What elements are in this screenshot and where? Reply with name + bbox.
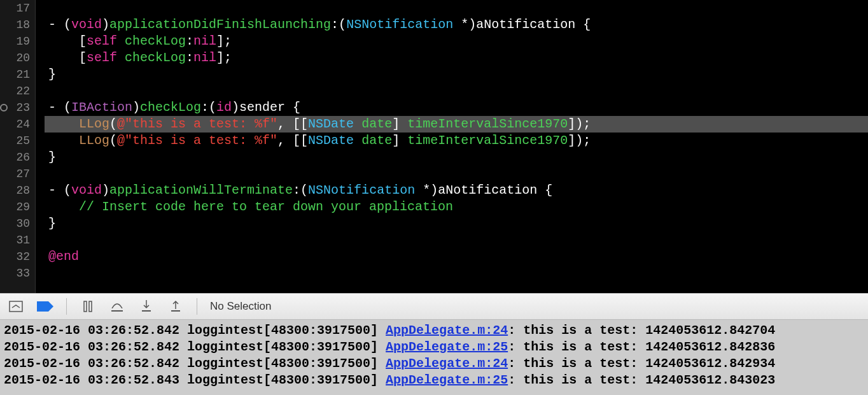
code-token: , [[ [277,117,308,131]
console-source-link[interactable]: AppDelegate.m:24 [386,323,508,338]
code-token: applicationDidFinishLaunching [109,17,331,32]
code-token: ]); [568,133,591,148]
svg-rect-5 [171,310,180,312]
code-token: :( [201,100,216,115]
code-token: ( [109,117,117,131]
code-line[interactable] [48,265,868,282]
code-token: ]; [216,50,232,65]
code-line[interactable] [48,0,868,17]
code-token: } [48,150,56,164]
console-prefix: 2015-02-16 03:26:52.842 loggintest[48300… [4,356,386,371]
code-token: [ [48,50,87,65]
code-token: // Insert code here to tear down your ap… [48,199,453,214]
code-token: :( [293,183,308,198]
line-number[interactable]: 23 [5,99,30,116]
code-line[interactable]: - (IBAction)checkLog:(id)sender { [48,99,868,116]
debug-toolbar: No Selection [0,293,868,320]
line-number[interactable]: 25 [5,133,30,149]
code-line[interactable]: // Insert code here to tear down your ap… [48,199,868,215]
line-number-gutter[interactable]: 1718192021222324252627282930313233 [0,0,36,293]
toggle-console-icon[interactable] [8,298,24,315]
line-number[interactable]: 24 [5,116,30,133]
code-token: checkLog [125,34,186,48]
code-line[interactable] [48,83,868,99]
code-line[interactable]: } [48,149,868,166]
line-number[interactable]: 29 [5,199,30,215]
code-token: IBAction [71,100,132,115]
code-line[interactable]: - (void)applicationDidFinishLaunching:(N… [48,17,868,33]
code-line[interactable]: @end [48,248,868,265]
code-line[interactable] [48,232,868,248]
console-source-link[interactable]: AppDelegate.m:24 [386,356,508,371]
step-over-icon[interactable] [109,298,125,315]
breakpoints-icon[interactable] [37,298,53,315]
code-token: - ( [48,17,71,32]
console-message: : this is a test: 1424053612.842934 [508,356,775,371]
pause-icon[interactable] [80,298,96,315]
code-token [117,50,125,65]
code-token: LLog [79,117,109,131]
console-message: : this is a test: 1424053612.842836 [508,340,775,354]
code-token: )sender { [232,100,300,115]
console-line: 2015-02-16 03:26:52.842 loggintest[48300… [4,356,864,372]
code-token [354,117,361,131]
line-number[interactable]: 21 [5,66,30,83]
line-number[interactable]: 19 [5,33,30,50]
code-token: ] [392,117,407,131]
line-number[interactable]: 27 [5,166,30,182]
line-number[interactable]: 26 [5,149,30,166]
console-message: : this is a test: 1424053612.843023 [508,373,775,387]
code-token: : [186,50,193,65]
breakpoint-marker-icon[interactable] [0,104,8,111]
code-token: ] [392,133,407,148]
line-number[interactable]: 17 [5,0,30,17]
code-token: checkLog [140,100,201,115]
code-editor[interactable]: 1718192021222324252627282930313233 - (vo… [0,0,868,293]
line-number[interactable]: 18 [5,17,30,33]
code-token: : [186,34,193,48]
code-token: - ( [48,183,71,198]
line-number[interactable]: 33 [5,265,30,282]
code-line[interactable]: LLog(@"this is a test: %f", [[NSDate dat… [48,133,868,149]
code-token: NSNotification [346,17,453,32]
code-token: ]); [568,117,591,131]
code-line[interactable]: } [48,215,868,232]
step-out-icon[interactable] [167,298,184,315]
code-token: nil [193,50,216,65]
code-line[interactable]: - (void)applicationWillTerminate:(NSNoti… [48,182,868,199]
code-token: } [48,216,56,231]
code-line[interactable]: } [48,66,868,83]
line-number[interactable]: 31 [5,232,30,248]
code-line[interactable]: [self checkLog:nil]; [48,50,868,66]
console-output[interactable]: 2015-02-16 03:26:52.842 loggintest[48300… [0,320,868,395]
line-number[interactable]: 30 [5,215,30,232]
code-token: @"this is a test: %f" [117,133,277,148]
toolbar-separator [197,298,197,315]
code-token: } [48,67,56,82]
code-token: :( [331,17,346,32]
console-source-link[interactable]: AppDelegate.m:25 [386,373,508,387]
code-token: ) [102,183,109,198]
code-line[interactable]: [self checkLog:nil]; [48,33,868,50]
console-prefix: 2015-02-16 03:26:52.842 loggintest[48300… [4,323,386,338]
code-line[interactable]: LLog(@"this is a test: %f", [[NSDate dat… [48,116,868,133]
svg-rect-3 [111,310,123,312]
line-number[interactable]: 20 [5,50,30,66]
code-token [354,133,361,148]
code-token: void [71,183,102,198]
line-number[interactable]: 22 [5,83,30,99]
code-token: date [361,133,392,148]
code-token: @end [48,249,79,264]
console-source-link[interactable]: AppDelegate.m:25 [386,340,508,354]
code-line[interactable] [48,166,868,182]
code-token: self [87,50,117,65]
code-token: @"this is a test: %f" [117,117,277,131]
toolbar-separator [66,298,67,315]
line-number[interactable]: 28 [5,182,30,199]
code-token: timeIntervalSince1970 [407,117,568,131]
debug-selection-label: No Selection [210,300,271,313]
code-area[interactable]: - (void)applicationDidFinishLaunching:(N… [36,0,868,293]
step-into-icon[interactable] [138,298,155,315]
line-number[interactable]: 32 [5,248,30,265]
code-token [48,133,79,148]
